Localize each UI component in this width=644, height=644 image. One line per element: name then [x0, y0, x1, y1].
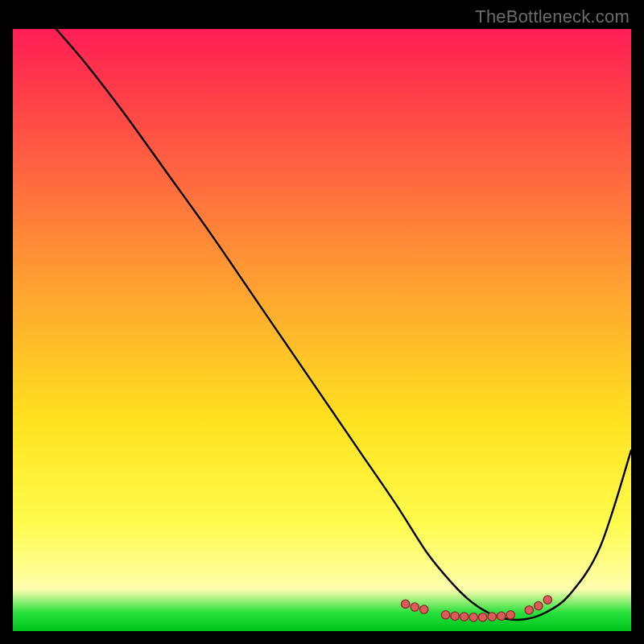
highlight-dot: [411, 603, 419, 611]
highlight-dot: [543, 596, 551, 604]
highlight-dot: [525, 606, 533, 614]
highlight-dot: [460, 613, 468, 621]
chart-frame: [13, 29, 631, 631]
watermark-text: TheBottleneck.com: [475, 6, 630, 27]
highlight-dot: [469, 613, 477, 621]
highlight-dot: [478, 613, 486, 621]
curve-svg: [13, 29, 631, 631]
highlight-dot: [506, 611, 514, 619]
highlight-dot: [420, 605, 428, 613]
highlight-dot: [441, 611, 449, 619]
highlight-dot: [488, 613, 496, 621]
highlight-dot: [451, 612, 459, 620]
highlight-dot: [535, 601, 543, 609]
highlight-dot: [497, 612, 506, 620]
highlight-dot: [401, 600, 409, 608]
bottleneck-curve: [56, 29, 631, 620]
